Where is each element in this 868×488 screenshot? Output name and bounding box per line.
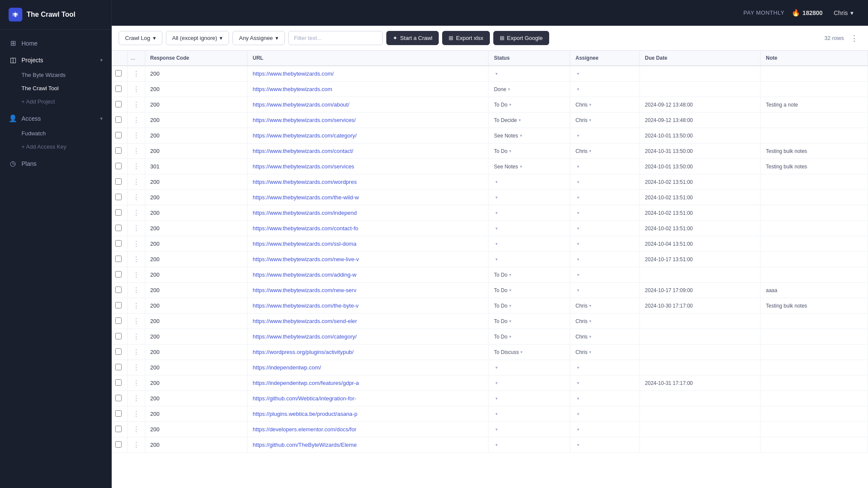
row-dots-cell[interactable]: ⋮ — [127, 236, 145, 252]
row-checkbox[interactable] — [115, 116, 122, 123]
row-dots-cell[interactable]: ⋮ — [127, 422, 145, 437]
assignee-cell[interactable]: ▾ — [570, 267, 640, 283]
assignee-cell[interactable]: ▾ — [570, 221, 640, 236]
sidebar-item-projects[interactable]: ◫ Projects ▾ — [0, 52, 111, 68]
col-note[interactable]: Note — [761, 51, 868, 66]
status-cell[interactable]: To Do▾ — [489, 298, 570, 314]
row-checkbox[interactable] — [115, 240, 122, 247]
status-cell[interactable]: ▾ — [489, 190, 570, 205]
sidebar-item-crawl-tool[interactable]: The Crawl Tool — [0, 82, 111, 95]
row-dots-cell[interactable]: ⋮ — [127, 66, 145, 82]
status-cell[interactable]: ▾ — [489, 422, 570, 437]
col-assignee[interactable]: Assignee — [570, 51, 640, 66]
sidebar-add-access-key[interactable]: + Add Access Key — [0, 140, 111, 153]
row-dots-cell[interactable]: ⋮ — [127, 437, 145, 453]
row-dots-cell[interactable]: ⋮ — [127, 82, 145, 97]
row-checkbox[interactable] — [115, 271, 122, 278]
more-options-button[interactable]: ⋮ — [847, 31, 861, 45]
row-checkbox[interactable] — [115, 426, 122, 432]
row-checkbox[interactable] — [115, 209, 122, 216]
row-dots-cell[interactable]: ⋮ — [127, 128, 145, 143]
row-checkbox[interactable] — [115, 163, 122, 169]
row-dots-cell[interactable]: ⋮ — [127, 314, 145, 329]
assignee-cell[interactable]: ▾ — [570, 190, 640, 205]
status-cell[interactable]: See Notes▾ — [489, 159, 570, 174]
status-cell[interactable]: ▾ — [489, 375, 570, 391]
sidebar-item-fudwatch[interactable]: Fudwatch — [0, 127, 111, 140]
assignee-cell[interactable]: ▾ — [570, 375, 640, 391]
assignee-cell[interactable]: Chris▾ — [570, 97, 640, 113]
status-cell[interactable]: ▾ — [489, 360, 570, 375]
row-dots-cell[interactable]: ⋮ — [127, 113, 145, 128]
row-dots-cell[interactable]: ⋮ — [127, 159, 145, 174]
status-cell[interactable]: To Do▾ — [489, 283, 570, 298]
assignee-cell[interactable]: ▾ — [570, 360, 640, 375]
row-dots-cell[interactable]: ⋮ — [127, 375, 145, 391]
assignee-cell[interactable]: ▾ — [570, 159, 640, 174]
row-dots-cell[interactable]: ⋮ — [127, 283, 145, 298]
export-google-button[interactable]: ⊞ Export Google — [493, 31, 549, 45]
status-cell[interactable]: To Discuss▾ — [489, 345, 570, 360]
assignee-cell[interactable]: ▾ — [570, 406, 640, 422]
sidebar-item-byte-wizards[interactable]: The Byte Wizards — [0, 68, 111, 82]
user-menu[interactable]: Chris ▾ — [829, 7, 858, 19]
row-checkbox[interactable] — [115, 302, 122, 308]
assignee-cell[interactable]: ▾ — [570, 128, 640, 143]
row-checkbox[interactable] — [115, 85, 122, 92]
col-status[interactable]: Status — [489, 51, 570, 66]
assignee-cell[interactable]: Chris▾ — [570, 298, 640, 314]
row-dots-cell[interactable]: ⋮ — [127, 406, 145, 422]
row-checkbox[interactable] — [115, 147, 122, 154]
start-crawl-button[interactable]: ✦ Start a Crawl — [386, 31, 439, 45]
assignee-cell[interactable]: ▾ — [570, 437, 640, 453]
assignee-cell[interactable]: ▾ — [570, 252, 640, 267]
row-dots-cell[interactable]: ⋮ — [127, 252, 145, 267]
sidebar-logo[interactable]: 🕷 The Crawl Tool — [0, 0, 111, 30]
row-checkbox[interactable] — [115, 395, 122, 401]
col-response-code[interactable]: Response Code — [145, 51, 248, 66]
col-due-date[interactable]: Due Date — [639, 51, 760, 66]
row-checkbox[interactable] — [115, 225, 122, 231]
row-dots-cell[interactable]: ⋮ — [127, 391, 145, 406]
status-cell[interactable]: ▾ — [489, 236, 570, 252]
export-xlsx-button[interactable]: ⊞ Export xlsx — [442, 31, 490, 45]
assignee-cell[interactable]: ▾ — [570, 236, 640, 252]
row-checkbox[interactable] — [115, 364, 122, 370]
sidebar-item-plans[interactable]: ◷ Plans — [0, 155, 111, 172]
row-checkbox[interactable] — [115, 178, 122, 185]
assignee-cell[interactable]: Chris▾ — [570, 345, 640, 360]
row-dots-cell[interactable]: ⋮ — [127, 221, 145, 236]
row-checkbox[interactable] — [115, 287, 122, 293]
col-url[interactable]: URL — [248, 51, 489, 66]
row-checkbox[interactable] — [115, 333, 122, 339]
assignee-cell[interactable]: Chris▾ — [570, 113, 640, 128]
row-checkbox[interactable] — [115, 317, 122, 324]
assignee-filter-button[interactable]: Any Assignee ▾ — [232, 31, 285, 45]
status-cell[interactable]: ▾ — [489, 205, 570, 221]
status-cell[interactable]: To Do▾ — [489, 97, 570, 113]
row-dots-cell[interactable]: ⋮ — [127, 143, 145, 159]
row-dots-cell[interactable]: ⋮ — [127, 174, 145, 190]
row-dots-cell[interactable]: ⋮ — [127, 97, 145, 113]
row-checkbox[interactable] — [115, 194, 122, 200]
row-dots-cell[interactable]: ⋮ — [127, 345, 145, 360]
assignee-cell[interactable]: ▾ — [570, 205, 640, 221]
status-cell[interactable]: To Do▾ — [489, 314, 570, 329]
status-cell[interactable]: To Do▾ — [489, 329, 570, 345]
assignee-cell[interactable]: ▾ — [570, 283, 640, 298]
assignee-cell[interactable]: ▾ — [570, 174, 640, 190]
assignee-cell[interactable]: ▾ — [570, 66, 640, 82]
assignee-cell[interactable]: ▾ — [570, 391, 640, 406]
row-checkbox[interactable] — [115, 348, 122, 355]
status-cell[interactable]: To Do▾ — [489, 143, 570, 159]
filter-text-input[interactable] — [288, 31, 383, 45]
row-checkbox[interactable] — [115, 410, 122, 417]
status-cell[interactable]: Done▾ — [489, 82, 570, 97]
assignee-cell[interactable]: Chris▾ — [570, 143, 640, 159]
row-checkbox[interactable] — [115, 101, 122, 107]
status-cell[interactable]: ▾ — [489, 174, 570, 190]
sidebar-item-home[interactable]: ⊞ Home — [0, 35, 111, 52]
crawl-log-button[interactable]: Crawl Log ▾ — [119, 31, 162, 45]
row-dots-cell[interactable]: ⋮ — [127, 298, 145, 314]
row-checkbox[interactable] — [115, 441, 122, 448]
